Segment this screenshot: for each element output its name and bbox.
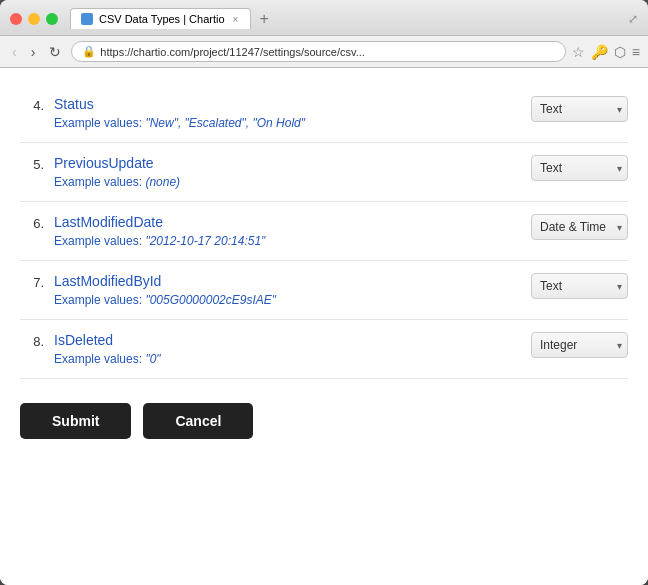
field-name: Status: [54, 96, 521, 112]
type-select-wrapper: TextIntegerDecimalDate & TimeBoolean▾: [531, 96, 628, 122]
forward-button[interactable]: ›: [27, 42, 40, 62]
url-text: https://chartio.com/project/11247/settin…: [100, 46, 365, 58]
shield-icon[interactable]: ⬡: [614, 44, 626, 60]
table-row: 8.IsDeletedExample values: "0"TextIntege…: [20, 320, 628, 379]
field-name: LastModifiedById: [54, 273, 521, 289]
active-tab[interactable]: CSV Data Types | Chartio ×: [70, 8, 251, 29]
type-select[interactable]: TextIntegerDecimalDate & TimeBoolean: [531, 332, 628, 358]
field-example: Example values: "0": [54, 352, 521, 366]
fields-list: 4.StatusExample values: "New", "Escalate…: [20, 84, 628, 379]
minimize-button[interactable]: [28, 13, 40, 25]
tab-bar: CSV Data Types | Chartio × +: [70, 8, 620, 29]
lock-icon: 🔒: [82, 45, 96, 58]
field-info: PreviousUpdateExample values: (none): [54, 155, 521, 189]
window-controls: [10, 13, 58, 25]
type-select-wrapper: TextIntegerDecimalDate & TimeBoolean▾: [531, 214, 628, 240]
browser-window: CSV Data Types | Chartio × + ⤢ ‹ › ↻ 🔒 h…: [0, 0, 648, 585]
table-row: 7.LastModifiedByIdExample values: "005G0…: [20, 261, 628, 320]
field-number: 6.: [20, 214, 44, 231]
tab-title: CSV Data Types | Chartio: [99, 13, 225, 25]
address-field[interactable]: 🔒 https://chartio.com/project/11247/sett…: [71, 41, 565, 62]
field-number: 5.: [20, 155, 44, 172]
type-select[interactable]: TextIntegerDecimalDate & TimeBoolean: [531, 96, 628, 122]
address-bar: ‹ › ↻ 🔒 https://chartio.com/project/1124…: [0, 36, 648, 68]
type-select-wrapper: TextIntegerDecimalDate & TimeBoolean▾: [531, 273, 628, 299]
title-bar: CSV Data Types | Chartio × + ⤢: [0, 0, 648, 36]
field-info: LastModifiedDateExample values: "2012-10…: [54, 214, 521, 248]
submit-button[interactable]: Submit: [20, 403, 131, 439]
type-select-wrapper: TextIntegerDecimalDate & TimeBoolean▾: [531, 332, 628, 358]
type-select[interactable]: TextIntegerDecimalDate & TimeBoolean: [531, 273, 628, 299]
field-info: IsDeletedExample values: "0": [54, 332, 521, 366]
field-example: Example values: "New", "Escalated", "On …: [54, 116, 521, 130]
new-tab-button[interactable]: +: [255, 10, 272, 28]
type-select-wrapper: TextIntegerDecimalDate & TimeBoolean▾: [531, 155, 628, 181]
field-number: 8.: [20, 332, 44, 349]
form-buttons: Submit Cancel: [20, 399, 628, 439]
field-name: LastModifiedDate: [54, 214, 521, 230]
field-example: Example values: "2012-10-17 20:14:51": [54, 234, 521, 248]
field-name: IsDeleted: [54, 332, 521, 348]
table-row: 4.StatusExample values: "New", "Escalate…: [20, 84, 628, 143]
tab-close-button[interactable]: ×: [231, 14, 241, 25]
table-row: 6.LastModifiedDateExample values: "2012-…: [20, 202, 628, 261]
field-number: 7.: [20, 273, 44, 290]
bookmark-icon[interactable]: ☆: [572, 44, 585, 60]
close-button[interactable]: [10, 13, 22, 25]
field-name: PreviousUpdate: [54, 155, 521, 171]
back-button[interactable]: ‹: [8, 42, 21, 62]
field-info: StatusExample values: "New", "Escalated"…: [54, 96, 521, 130]
field-number: 4.: [20, 96, 44, 113]
field-example: Example values: "005G0000002cE9sIAE": [54, 293, 521, 307]
table-row: 5.PreviousUpdateExample values: (none)Te…: [20, 143, 628, 202]
menu-icon[interactable]: ≡: [632, 44, 640, 60]
tools-icon[interactable]: 🔑: [591, 44, 608, 60]
tab-favicon: [81, 13, 93, 25]
type-select[interactable]: TextIntegerDecimalDate & TimeBoolean: [531, 155, 628, 181]
type-select[interactable]: TextIntegerDecimalDate & TimeBoolean: [531, 214, 628, 240]
refresh-button[interactable]: ↻: [45, 42, 65, 62]
page-content: 4.StatusExample values: "New", "Escalate…: [0, 68, 648, 585]
cancel-button[interactable]: Cancel: [143, 403, 253, 439]
maximize-button[interactable]: [46, 13, 58, 25]
field-example: Example values: (none): [54, 175, 521, 189]
expand-button[interactable]: ⤢: [628, 12, 638, 26]
field-info: LastModifiedByIdExample values: "005G000…: [54, 273, 521, 307]
